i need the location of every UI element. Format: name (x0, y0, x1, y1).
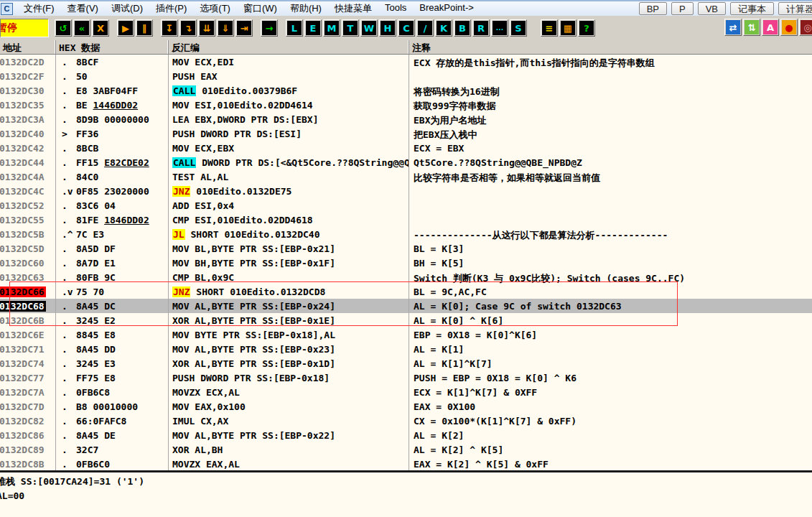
table-row[interactable]: 0132DC6B.3245 E2XOR AL,BYTE PTR SS:[EBP-… (0, 313, 812, 327)
references-window-button[interactable]: R (472, 19, 490, 37)
executables-window-button[interactable]: E (304, 19, 322, 37)
close-button[interactable]: X (92, 19, 109, 37)
table-row[interactable]: 0132DC71.8A45 DDMOV AL,BYTE PTR SS:[EBP-… (0, 342, 812, 356)
address-value: 0132DC44 (0, 157, 46, 168)
p-button[interactable]: P (671, 2, 694, 15)
table-row[interactable]: 0132DC35.BE 1446DD02MOV ESI,010Edito.02D… (0, 98, 812, 112)
hex-bytes: FF15 (76, 157, 104, 168)
pause-button[interactable]: ‖ (136, 19, 153, 37)
log-window-button[interactable]: L (286, 19, 303, 37)
updown-arrows-button[interactable]: ⇅ (743, 19, 760, 36)
table-row[interactable]: 0132DC44.FF15 E82CDE02CALL DWORD PTR DS:… (0, 155, 812, 169)
source-window-button[interactable]: S (510, 19, 527, 37)
disasm-cell: MOV EAX,0x100 (169, 399, 409, 414)
hex-bytes: FF75 E8 (76, 373, 116, 383)
animate-over-button[interactable]: ⇓ (217, 19, 234, 37)
cpu-window-button[interactable]: C (398, 19, 415, 37)
run-button[interactable]: ▶ (117, 19, 134, 37)
menu-item-5[interactable]: 窗口(W) (237, 1, 284, 16)
table-row[interactable]: 0132DC2F.50PUSH EAX (0, 69, 812, 83)
step-back-button[interactable]: « (73, 19, 90, 37)
table-row[interactable]: 0132DC3A.8D9B 00000000LEA EBX,DWORD PTR … (0, 112, 812, 126)
table-row[interactable]: 0132DC77.FF75 E8PUSH DWORD PTR SS:[EBP-0… (0, 371, 812, 385)
address-value: 0132DC6B (0, 315, 46, 326)
table-row[interactable]: 0132DC8B.0FB6C0MOVZX EAX,ALEAX = K[2] ^ … (0, 457, 812, 471)
letter-a-button[interactable]: A (762, 19, 779, 36)
table-row[interactable]: 0132DC2D.8BCFMOV ECX,EDIECX 存放的是this指针,而… (0, 55, 812, 69)
run-trace-window-button[interactable]: ... (491, 19, 508, 37)
menu-item-7[interactable]: 快捷菜单 (328, 1, 378, 16)
comment-cell: AL = K[1] (409, 342, 812, 356)
handles-window-button[interactable]: H (379, 19, 396, 37)
restart-button[interactable]: ↺ (55, 19, 72, 37)
table-row[interactable]: 0132DC4C.v0F85 23020000JNZ 010Edito.0132… (0, 184, 812, 198)
table-row[interactable]: 0132DC4A.84C0TEST AL,AL比较字符串是否相等，如果相等就返回… (0, 169, 812, 184)
disasm-cell: MOV ECX,EBX (169, 141, 409, 155)
hex-bytes-ref: 1446DD02 (93, 100, 138, 111)
address-value: 0132DC8B (0, 459, 46, 470)
table-row[interactable]: 0132DC63.80FB 9CCMP BL,0x9CSwitch 判断(K3 … (0, 270, 812, 284)
windows-window-button[interactable]: W (360, 19, 378, 37)
menu-item-9[interactable]: BreakPoint-> (413, 1, 480, 16)
step-over-button[interactable]: ↴ (179, 19, 197, 37)
record-button[interactable]: ● (780, 19, 798, 36)
operands: BL,BYTE PTR SS:[EBP-0x21] (189, 243, 335, 254)
swap-arrows-button[interactable]: ⇄ (724, 19, 742, 36)
column-header-2[interactable]: 反汇编 (169, 40, 409, 54)
menu-item-3[interactable]: 插件(P) (149, 1, 193, 16)
appearance-button[interactable]: ≡ (541, 19, 558, 37)
table-row[interactable]: 0132DC86.8A45 DEMOV AL,BYTE PTR SS:[EBP-… (0, 428, 812, 442)
call-stack-window-button[interactable]: K (435, 19, 452, 37)
bp-button[interactable]: BP (639, 2, 667, 15)
target-button[interactable]: ◎ (799, 19, 812, 36)
swap-arrows-icon: ⇄ (726, 20, 740, 34)
execute-till-return-button[interactable]: ⇥ (235, 19, 253, 37)
options-button[interactable]: ▦ (559, 19, 577, 37)
goto-address-button[interactable]: → (261, 19, 278, 37)
menu-item-6[interactable]: 帮助(H) (284, 1, 328, 16)
menu-item-0[interactable]: 文件(F) (17, 1, 61, 16)
table-row[interactable]: 0132DC52.83C6 04ADD ESI,0x4 (0, 198, 812, 213)
comment-cell: EAX = K[2] ^ K[5] & 0xFF (409, 457, 812, 471)
hex-bytes: 3245 E3 (76, 358, 116, 369)
grid-icon: ▦ (561, 21, 575, 35)
table-row[interactable]: 0132DC60.8A7D E1MOV BH,BYTE PTR SS:[EBP-… (0, 256, 812, 270)
table-row[interactable]: 0132DC40>FF36PUSH DWORD PTR DS:[ESI]把EBX… (0, 126, 812, 141)
memory-window-button[interactable]: M (323, 19, 340, 37)
table-row[interactable]: 0132DC68.8A45 DCMOV AL,BYTE PTR SS:[EBP-… (0, 299, 812, 313)
column-header-3[interactable]: 注释 (409, 40, 812, 54)
menu-right-buttons: BPPVB记事本计算器 (639, 1, 812, 16)
table-row[interactable]: 0132DC55.81FE 1846DD02CMP ESI,010Edito.0… (0, 213, 812, 227)
animate-into-button[interactable]: ⇊ (198, 19, 215, 37)
patches-window-button[interactable]: / (416, 19, 434, 37)
breakpoints-window-button[interactable]: B (454, 19, 471, 37)
menu-item-8[interactable]: Tools (378, 1, 413, 16)
menu-item-4[interactable]: 选项(T) (193, 1, 237, 16)
column-header-1[interactable]: HEX 数据 (56, 40, 169, 54)
table-row[interactable]: 0132DC66.v75 70JNZ SHORT 010Edito.0132DC… (0, 284, 812, 299)
menu-item-2[interactable]: 调试(D) (105, 1, 149, 16)
hex-bytes: 0FB6C0 (76, 459, 110, 470)
table-row[interactable]: 0132DC7A.0FB6C8MOVZX ECX,ALECX = K[1]^K[… (0, 385, 812, 399)
vb-button[interactable]: VB (698, 2, 726, 15)
menu-item-1[interactable]: 查看(V) (61, 1, 105, 16)
table-row[interactable]: 0132DC89.32C7XOR AL,BHAL = K[2] ^ K[5] (0, 442, 812, 457)
help-button[interactable]: ? (578, 19, 595, 37)
calculator-button[interactable]: 计算器 (778, 2, 812, 15)
table-row[interactable]: 0132DC7D.B8 00010000MOV EAX,0x100EAX = 0… (0, 399, 812, 414)
info-pane: 堆栈 SS:[0017CA24]=31 ('1') AL=00 (0, 470, 812, 517)
table-row[interactable]: 0132DC82.66:0FAFC8IMUL CX,AXCX = 0x100*(… (0, 414, 812, 428)
step-into-button[interactable]: ↧ (161, 19, 178, 37)
table-row[interactable]: 0132DC5D.8A5D DFMOV BL,BYTE PTR SS:[EBP-… (0, 241, 812, 256)
notepad-button[interactable]: 记事本 (730, 2, 774, 15)
column-header-0[interactable]: 地址 (0, 40, 56, 54)
threads-window-button[interactable]: T (342, 19, 359, 37)
disasm-cell: XOR AL,BYTE PTR SS:[EBP-0x1E] (169, 313, 409, 327)
table-row[interactable]: 0132DC6E.8845 E8MOV BYTE PTR SS:[EBP-0x1… (0, 327, 812, 342)
row-marker: . (56, 457, 76, 471)
table-row[interactable]: 0132DC74.3245 E3XOR AL,BYTE PTR SS:[EBP-… (0, 356, 812, 371)
register-info-line: AL=00 (0, 489, 812, 503)
table-row[interactable]: 0132DC30.E8 3ABF04FFCALL 010Edito.00379B… (0, 83, 812, 98)
table-row[interactable]: 0132DC42.8BCBMOV ECX,EBXECX = EBX (0, 141, 812, 155)
table-row[interactable]: 0132DC5B.^7C E3JL SHORT 010Edito.0132DC4… (0, 227, 812, 241)
